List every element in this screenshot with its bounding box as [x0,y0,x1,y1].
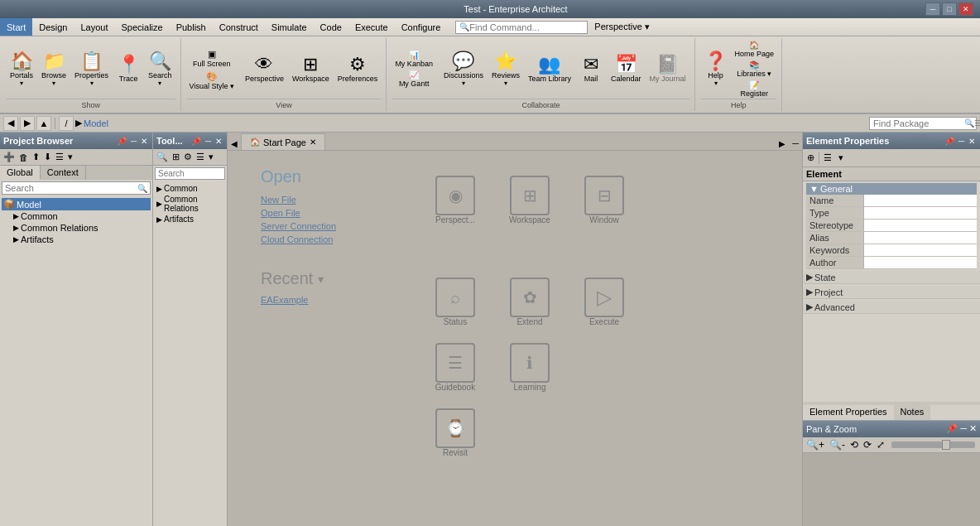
help-button[interactable]: ❓ Help ▾ [701,51,731,89]
pz-fit-button[interactable]: ⟳ [862,439,873,451]
ep-val-author[interactable] [864,257,977,268]
ep-minimize-button[interactable]: ─ [957,137,966,146]
properties-button[interactable]: 📋 Properties ▾ [71,51,112,89]
new-file-link[interactable]: New File [261,195,426,205]
ep-val-name[interactable] [864,195,977,206]
my-journal-button[interactable]: 📓 My Journal [646,54,689,84]
menu-publish[interactable]: Publish [170,18,213,36]
cloud-connection-link[interactable]: Cloud Connection [261,234,426,244]
pb-up-button[interactable]: ⬆ [31,152,41,162]
my-kanban-button[interactable]: 📊 My Kanban [392,50,435,69]
tab-scroll-right[interactable]: ▶ [776,138,789,150]
extend-icon-item[interactable]: ✿ Extend [501,277,559,326]
toolbox-search-input[interactable] [158,169,204,178]
ep-val-keywords[interactable] [864,244,977,256]
tb-pin-button[interactable]: 📌 [190,137,203,146]
perspective-button[interactable]: Perspective ▾ [588,20,656,34]
menu-design[interactable]: Design [32,18,74,36]
pb-delete-button[interactable]: 🗑 [17,152,30,162]
ep-add-btn[interactable]: ⊕ [805,152,817,164]
pz-minimize-button[interactable]: ─ [960,423,967,433]
open-file-link[interactable]: Open File [261,208,426,218]
reviews-button[interactable]: ⭐ Reviews ▾ [488,51,523,89]
pb-down-button[interactable]: ⬇ [42,152,53,162]
pb-add-button[interactable]: ➕ [2,152,17,162]
search-button[interactable]: 🔍 Search ▾ [145,51,175,89]
ep-val-stereotype[interactable] [864,220,977,231]
tb-search-toggle[interactable]: 🔍 [155,152,170,162]
server-connection-link[interactable]: Server Connection [261,221,426,231]
tb-options-button[interactable]: ☰ [195,152,206,162]
toolbox-item-artifacts[interactable]: ▶ Artifacts [155,214,225,224]
pz-zoom-out-button[interactable]: 🔍- [828,439,847,451]
tb-close-button[interactable]: ✕ [214,137,223,146]
tab-minimize[interactable]: ─ [789,137,802,150]
recent-arrow[interactable]: ▾ [318,273,324,286]
ep-state-label[interactable]: ▶ State [803,271,980,283]
find-package-input[interactable] [873,118,964,128]
ep-close-button[interactable]: ✕ [967,137,977,146]
find-command-bar[interactable]: 🔍 [455,21,588,34]
learning-icon-item[interactable]: ℹ Learning [501,343,559,392]
tb-grid-button[interactable]: ⊞ [171,152,181,162]
workspace-icon-item[interactable]: ⊞ Workspace [501,176,559,261]
close-button[interactable]: ✕ [958,2,973,16]
perspective-icon-item[interactable]: ◉ Perspect... [426,176,484,261]
pb-pin-button[interactable]: 📌 [115,137,128,146]
tb-settings-button[interactable]: ⚙ [182,152,194,162]
ep-val-type[interactable] [864,207,977,219]
visual-style-button[interactable]: 🎨 Visual Style ▾ [187,70,237,91]
preferences-button[interactable]: ⚙ Preferences [334,54,382,84]
portals-button[interactable]: 🏠 Portals ▾ [7,51,36,89]
toolbox-item-common-relations[interactable]: ▶ Common Relations [155,194,225,214]
project-browser-search[interactable]: 🔍 [2,181,151,195]
ep-menu-btn[interactable]: ▾ [836,152,846,164]
trace-button[interactable]: 📍 Trace [113,54,143,84]
browse-button[interactable]: 📁 Browse ▾ [38,51,70,89]
tree-item-artifacts[interactable]: ▶ Artifacts [12,234,151,245]
register-button[interactable]: 📝 Register [733,80,777,99]
ep-tab-notes[interactable]: Notes [894,405,931,420]
ep-advanced-label[interactable]: ▶ Advanced [803,301,980,313]
discussions-button[interactable]: 💬 Discussions ▾ [440,51,487,89]
revisit-icon-item[interactable]: ⌚ Revisit [426,408,484,457]
tab-scroll-left[interactable]: ◀ [228,138,241,150]
calendar-button[interactable]: 📅 Calendar [608,54,645,84]
toolbox-item-common[interactable]: ▶ Common [155,183,225,194]
menu-start[interactable]: Start [0,18,32,36]
ep-tab-properties[interactable]: Element Properties [803,405,894,420]
tab-context[interactable]: Context [41,166,86,180]
pb-minimize-button[interactable]: ─ [129,137,138,146]
tree-item-common[interactable]: ▶ Common [12,210,151,222]
home-page-button[interactable]: 🏠 Home Page [733,40,777,59]
my-gantt-button[interactable]: 📈 My Gantt [392,70,435,89]
minimize-button[interactable]: ─ [925,2,940,16]
ep-list-btn[interactable]: ☰ [821,152,834,164]
pz-expand-button[interactable]: ⤢ [875,439,886,451]
find-package-bar[interactable]: 🔍 ☰ [869,117,977,130]
ep-val-alias[interactable] [864,232,977,244]
start-page-tab[interactable]: 🏠 Start Page ✕ [241,133,325,150]
pz-zoom-in-button[interactable]: 🔍+ [805,439,826,451]
nav-1-button[interactable]: / [59,116,74,131]
ep-project-label[interactable]: ▶ Project [803,286,980,298]
workspace-button[interactable]: ⊞ Workspace [289,54,333,84]
menu-specialize[interactable]: Specialize [115,18,170,36]
guidebook-icon-item[interactable]: ☰ Guidebook [426,343,484,392]
breadcrumb-model[interactable]: Model [84,118,108,128]
pz-slider[interactable] [891,442,975,448]
menu-simulate[interactable]: Simulate [265,18,314,36]
forward-button[interactable]: ▶ [20,116,35,131]
back-button[interactable]: ◀ [3,116,18,131]
perspective-ribbon-button[interactable]: 👁 Perspective [242,54,287,84]
project-browser-search-input[interactable] [5,183,137,193]
menu-execute[interactable]: Execute [348,18,395,36]
pz-reset-button[interactable]: ⟲ [848,439,860,451]
menu-code[interactable]: Code [314,18,348,36]
pz-pin-button[interactable]: 📌 [946,423,958,433]
pb-menu-button[interactable]: ☰ [54,152,65,162]
up-button[interactable]: ▲ [36,116,51,131]
menu-layout[interactable]: Layout [74,18,114,36]
maximize-button[interactable]: □ [942,2,957,16]
pz-close-button[interactable]: ✕ [969,423,977,433]
